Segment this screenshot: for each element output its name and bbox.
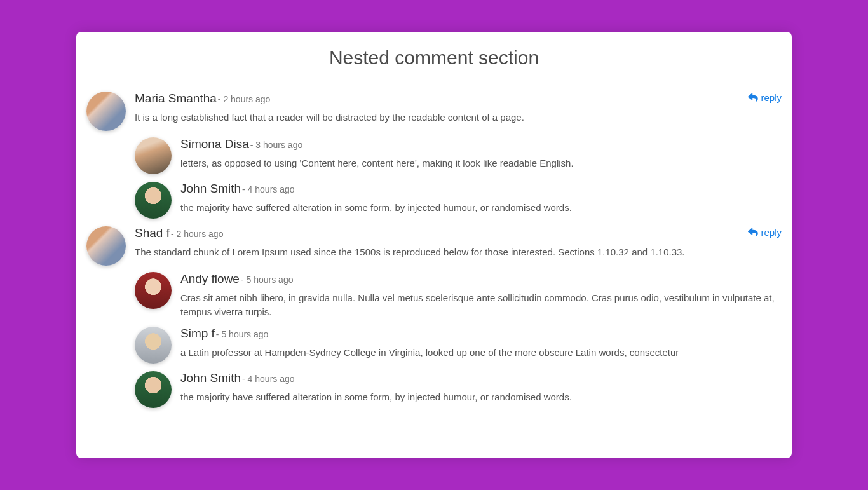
avatar [135,137,172,174]
reply-arrow-icon [748,227,758,237]
comment-body: John Smith4 hours agothe majority have s… [180,182,782,219]
comment-thread: Maria Smantha2 hours agoreplyIt is a lon… [86,92,782,408]
comment-timestamp: 2 hours ago [218,94,271,104]
avatar [86,92,126,131]
comment-text: the majority have suffered alteration in… [180,201,782,215]
nested-comment: Andy flowe5 hours agoCras sit amet nibh … [135,272,782,319]
comment-body: Simona Disa3 hours agoletters, as oppose… [180,137,782,174]
nested-comment: Simona Disa3 hours agoletters, as oppose… [135,137,782,174]
comment-card: Nested comment section Maria Smantha2 ho… [76,32,792,458]
comment-body: Andy flowe5 hours agoCras sit amet nibh … [180,272,782,319]
comment-header: Andy flowe5 hours ago [180,272,782,286]
nested-comment: John Smith4 hours agothe majority have s… [135,371,782,408]
reply-button[interactable]: reply [748,227,782,238]
comment-text: a Latin professor at Hampden-Sydney Coll… [180,346,782,360]
comment-timestamp: 4 hours ago [242,184,295,194]
comment-text: Cras sit amet nibh libero, in gravida nu… [180,291,782,319]
nested-replies: Andy flowe5 hours agoCras sit amet nibh … [135,272,782,408]
nested-replies: Simona Disa3 hours agoletters, as oppose… [135,137,782,219]
reply-arrow-icon [748,92,758,102]
commenter-name: John Smith [180,371,241,385]
commenter-name: John Smith [180,182,241,196]
comment-timestamp: 3 hours ago [250,140,303,150]
comment-header: John Smith4 hours ago [180,371,782,385]
commenter-name: Simp f [180,327,215,341]
comment-header: Simona Disa3 hours ago [180,137,782,151]
comment-timestamp: 4 hours ago [242,374,295,384]
comment-body: Shad f2 hours agoreplyThe standard chunk… [135,226,782,266]
commenter-name: Andy flowe [180,272,240,286]
avatar [86,226,126,266]
reply-label: reply [761,92,782,103]
commenter-name: Shad f [135,226,170,240]
comment-header: Shad f2 hours agoreply [135,226,782,240]
avatar [135,272,172,309]
commenter-name: Maria Smantha [135,92,217,105]
avatar [135,371,172,408]
comment-body: Maria Smantha2 hours agoreplyIt is a lon… [135,92,782,131]
comment-body: John Smith4 hours agothe majority have s… [180,371,782,408]
comment-header: John Smith4 hours ago [180,182,782,196]
comment-text: The standard chunk of Lorem Ipsum used s… [135,245,782,259]
commenter-name: Simona Disa [180,137,249,151]
reply-button[interactable]: reply [748,92,782,103]
comment-timestamp: 5 hours ago [241,275,294,285]
comment-text: It is a long established fact that a rea… [135,111,782,125]
comment-text: the majority have suffered alteration in… [180,390,782,404]
top-comment: Maria Smantha2 hours agoreplyIt is a lon… [86,92,782,131]
comment-header: Maria Smantha2 hours agoreply [135,92,782,105]
page-title: Nested comment section [86,47,782,69]
comment-timestamp: 2 hours ago [171,229,224,239]
nested-comment: John Smith4 hours agothe majority have s… [135,182,782,219]
top-comment: Shad f2 hours agoreplyThe standard chunk… [86,226,782,266]
comment-header: Simp f5 hours ago [180,327,782,341]
comment-text: letters, as opposed to using 'Content he… [180,156,782,170]
nested-comment: Simp f5 hours agoa Latin professor at Ha… [135,327,782,364]
reply-label: reply [761,227,782,238]
comment-timestamp: 5 hours ago [216,329,269,339]
avatar [135,327,172,364]
avatar [135,182,172,219]
comment-body: Simp f5 hours agoa Latin professor at Ha… [180,327,782,364]
